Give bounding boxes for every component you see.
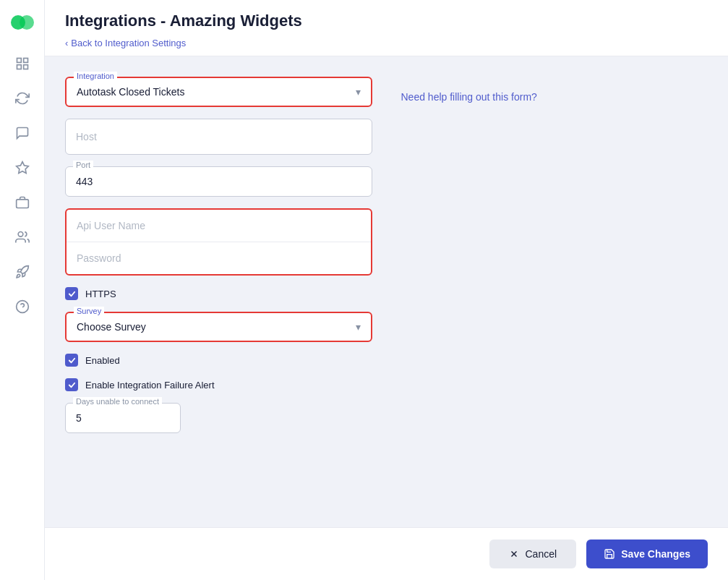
- save-button[interactable]: Save Changes: [586, 540, 708, 568]
- sidebar: [0, 0, 45, 580]
- failure-alert-checkbox-row: Enable Integration Failure Alert: [65, 378, 372, 391]
- sidebar-item-help[interactable]: [7, 291, 38, 323]
- sidebar-item-launch[interactable]: [7, 256, 38, 288]
- survey-select[interactable]: Choose Survey Survey 1 Survey 2: [77, 321, 361, 333]
- enabled-checkbox[interactable]: [65, 354, 78, 367]
- integration-select[interactable]: Autotask Closed Tickets Autotask Open Ti…: [77, 86, 361, 98]
- enabled-label: Enabled: [85, 355, 120, 366]
- sidebar-item-dashboard[interactable]: [7, 48, 38, 80]
- save-icon: [604, 548, 615, 560]
- host-input[interactable]: [76, 129, 361, 144]
- days-input[interactable]: [76, 411, 170, 425]
- credentials-field-group: [65, 208, 372, 276]
- password-input[interactable]: [77, 251, 361, 265]
- api-username-wrapper: [67, 210, 371, 242]
- svg-rect-2: [17, 59, 21, 63]
- integration-field-group: Integration Autotask Closed Tickets Auto…: [65, 77, 372, 107]
- https-label: HTTPS: [85, 289, 116, 299]
- save-label: Save Changes: [621, 548, 690, 560]
- page-title: Integrations - Amazing Widgets: [65, 12, 708, 36]
- svg-marker-6: [16, 162, 28, 174]
- cancel-label: Cancel: [525, 548, 557, 560]
- svg-rect-5: [23, 65, 27, 69]
- https-checkbox-row: HTTPS: [65, 287, 372, 300]
- survey-field-group: Survey Choose Survey Survey 1 Survey 2: [65, 312, 372, 342]
- days-label: Days unable to connect: [73, 397, 162, 406]
- https-checkbox[interactable]: [65, 287, 78, 300]
- port-label: Port: [73, 161, 93, 169]
- app-logo: [9, 9, 36, 36]
- password-wrapper: [67, 242, 371, 274]
- host-field-group: [65, 119, 372, 155]
- integration-label: Integration: [74, 72, 117, 80]
- main-content: Integrations - Amazing Widgets ‹ Back to…: [45, 0, 728, 580]
- svg-rect-3: [23, 59, 27, 63]
- failure-alert-checkbox[interactable]: [65, 378, 78, 391]
- sidebar-item-messages[interactable]: [7, 117, 38, 149]
- enabled-checkbox-row: Enabled: [65, 354, 372, 367]
- footer: Cancel Save Changes: [45, 527, 728, 580]
- content-area: Integration Autotask Closed Tickets Auto…: [45, 56, 728, 527]
- sidebar-item-users[interactable]: [7, 221, 38, 253]
- header: Integrations - Amazing Widgets ‹ Back to…: [45, 0, 728, 56]
- back-link[interactable]: ‹ Back to Integration Settings: [65, 38, 186, 56]
- survey-label: Survey: [74, 307, 104, 315]
- svg-point-8: [18, 232, 23, 237]
- chevron-left-icon: ‹: [65, 38, 68, 48]
- integration-select-wrapper: Autotask Closed Tickets Autotask Open Ti…: [77, 85, 361, 98]
- back-link-label: Back to Integration Settings: [71, 38, 186, 48]
- failure-alert-label: Enable Integration Failure Alert: [85, 380, 215, 391]
- svg-rect-7: [16, 200, 28, 208]
- api-username-input[interactable]: [77, 218, 361, 233]
- days-field-group: Days unable to connect: [65, 403, 181, 433]
- svg-point-1: [20, 15, 34, 30]
- cancel-icon: [509, 549, 519, 559]
- right-panel: Need help filling out this form?: [401, 77, 708, 513]
- survey-select-wrapper: Choose Survey Survey 1 Survey 2: [77, 320, 361, 333]
- port-field-group: Port: [65, 166, 372, 197]
- sidebar-item-ratings[interactable]: [7, 152, 38, 184]
- port-input[interactable]: [76, 174, 361, 189]
- help-text: Need help filling out this form?: [401, 91, 708, 103]
- form-area: Integration Autotask Closed Tickets Auto…: [65, 77, 372, 513]
- sidebar-item-work[interactable]: [7, 187, 38, 218]
- sidebar-item-sync[interactable]: [7, 82, 38, 114]
- cancel-button[interactable]: Cancel: [489, 540, 576, 568]
- svg-rect-4: [17, 65, 21, 69]
